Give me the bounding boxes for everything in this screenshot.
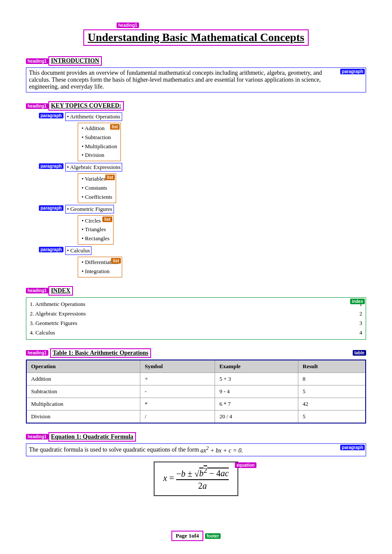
cell-symbol-addition: + [140, 373, 215, 385]
equation-paragraph-tag: paragraph [340, 445, 365, 450]
table-section: heading1 Table 1: Basic Arithmetic Opera… [26, 348, 366, 423]
topic-para-row-arithmetic: paragraph • Arithmetic Operations [39, 112, 366, 121]
list-item-subtraction: Subtraction [82, 133, 117, 142]
equation-math-inline: ax2 + bx + c = 0. [200, 446, 243, 454]
index-page-2: 2 [360, 309, 363, 318]
sub-list-geometric: list Circles Triangles Rectangles [78, 215, 114, 245]
list-item-triangles: Triangles [82, 225, 110, 234]
topic-row-geometric: paragraph • Geometric Figures list Circl… [39, 205, 366, 245]
sub-list-calculus: list Differentiation Integration [78, 257, 122, 277]
list-item-integration: Integration [82, 267, 118, 276]
list-tag-arithmetic: list [110, 124, 120, 130]
key-topics-heading-text: KEY TOPICS COVERED: [48, 101, 124, 111]
topic-paragraph-tag-calculus: paragraph [39, 247, 63, 252]
title-heading1-tag: heading1 [117, 22, 139, 28]
index-entry-3: 3. Geometric Figures [30, 318, 77, 328]
table-row-subtraction: Subtraction - 9 - 4 5 [26, 385, 366, 398]
intro-paragraph-tag: paragraph [340, 69, 365, 74]
index-tag: index [350, 299, 365, 304]
index-entry-4: 4. Calculus [30, 328, 55, 337]
cell-result-multiplication: 42 [298, 398, 366, 410]
table-heading-text: Table 1: Basic Arithmetic Operations [50, 348, 151, 358]
intro-heading-text: INTRODUCTION [48, 56, 102, 66]
list-item-constants: Constants [82, 184, 112, 193]
footer: Page 1of4 footer [0, 531, 392, 541]
intro-heading-row: heading1 INTRODUCTION [26, 56, 366, 66]
main-title: Understanding Basic Mathematical Concept… [26, 29, 366, 46]
sub-list-arithmetic: list Addition Subtraction Multiplication… [78, 123, 121, 161]
cell-result-division: 5 [298, 410, 366, 423]
index-entry-1: 1. Arithmetic Operations [30, 299, 85, 309]
list-tag-algebraic: list [105, 175, 115, 180]
cell-result-subtraction: 5 [298, 385, 366, 398]
cell-symbol-division: / [140, 410, 215, 423]
index-row-2: 2. Algebraic Expressions ...............… [30, 309, 362, 318]
introduction-section: heading1 INTRODUCTION paragraph This doc… [26, 56, 366, 92]
equation-heading-text: Equation 1: Quadratic Formula [48, 432, 136, 442]
index-section: heading1 INDEX index 1. Arithmetic Opera… [26, 286, 366, 340]
list-item-multiplication: Multiplication [82, 142, 117, 151]
table-heading-tag: heading1 [26, 350, 48, 356]
equation-heading-tag: heading1 [26, 434, 48, 439]
title-tag-row: heading1 [26, 22, 366, 29]
cell-operation-division: Division [26, 410, 140, 423]
key-topics-section: heading1 KEY TOPICS COVERED: paragraph •… [26, 101, 366, 277]
cell-operation-addition: Addition [26, 373, 140, 385]
cell-example-division: 20 / 4 [215, 410, 298, 423]
topic-label-calculus: • Calculus [65, 246, 92, 255]
index-page-3: 3 [360, 318, 363, 328]
equation-paragraph-prefix: The quadratic formula is used to solve q… [29, 446, 200, 453]
equation-heading-row: heading1 Equation 1: Quadratic Formula [26, 432, 366, 442]
index-block: index 1. Arithmetic Operations .........… [26, 297, 366, 340]
col-example: Example [215, 360, 298, 373]
index-dots-1: ........................................… [87, 299, 358, 306]
cell-example-subtraction: 9 - 4 [215, 385, 298, 398]
index-row-4: 4. Calculus ............................… [30, 328, 362, 337]
cell-example-addition: 5 + 3 [215, 373, 298, 385]
index-page-4: 4 [360, 328, 363, 337]
list-tag-calculus: list [111, 258, 120, 264]
intro-paragraph-text: This document provides an overview of fu… [29, 70, 322, 90]
key-topics-heading-row: heading1 KEY TOPICS COVERED: [26, 101, 366, 111]
cell-operation-multiplication: Multiplication [26, 398, 140, 410]
equation-fraction: −b ± √b2 − 4ac 2a [176, 467, 229, 491]
index-dots-4: ........................................… [57, 328, 358, 334]
col-result: Result [298, 360, 366, 373]
topic-row-arithmetic: paragraph • Arithmetic Operations list A… [39, 112, 366, 161]
topic-paragraph-tag-algebraic: paragraph [39, 163, 63, 169]
equation-numerator: −b ± √b2 − 4ac [176, 467, 229, 481]
topic-row-algebraic: paragraph • Algebraic Expressions list V… [39, 163, 366, 203]
topic-para-row-calculus: paragraph • Calculus [39, 246, 366, 255]
index-heading-row: heading1 INDEX [26, 286, 366, 296]
title-area: heading1 Understanding Basic Mathematica… [26, 22, 366, 46]
index-heading-text: INDEX [48, 286, 73, 296]
equation-section: heading1 Equation 1: Quadratic Formula p… [26, 432, 366, 496]
topic-para-row-algebraic: paragraph • Algebraic Expressions [39, 163, 366, 172]
cell-result-addition: 8 [298, 373, 366, 385]
intro-paragraph-block: paragraph This document provides an over… [26, 67, 366, 92]
equation-formula-box: x = −b ± √b2 − 4ac 2a [154, 462, 238, 497]
list-tag-geometric: list [102, 217, 112, 222]
list-item-coefficients: Coefficients [82, 193, 112, 202]
col-operation: Operation [26, 360, 140, 373]
equation-tag: equation [235, 462, 256, 468]
equation-denominator: 2a [198, 480, 207, 491]
list-item-division: Division [82, 151, 117, 160]
footer-text: Page 1of4 [171, 531, 203, 541]
sub-list-algebraic: list Variables Constants Coefficients [78, 173, 116, 203]
topic-paragraph-tag-arithmetic: paragraph [39, 113, 63, 118]
table-tag: table [353, 350, 366, 356]
intro-heading-tag: heading1 [26, 58, 48, 64]
index-dots-3: ........................................… [79, 318, 357, 325]
cell-operation-subtraction: Subtraction [26, 385, 140, 398]
table-row-multiplication: Multiplication * 6 * 7 42 [26, 398, 366, 410]
index-dots-2: ........................................… [88, 309, 358, 315]
topic-label-algebraic: • Algebraic Expressions [65, 163, 122, 172]
cell-symbol-multiplication: * [140, 398, 215, 410]
topic-label-geometric: • Geometric Figures [65, 205, 114, 213]
index-row-1: 1. Arithmetic Operations ...............… [30, 299, 362, 309]
key-topics-heading-tag: heading1 [26, 103, 48, 109]
table-row-addition: Addition + 5 + 3 8 [26, 373, 366, 385]
index-row-3: 3. Geometric Figures ...................… [30, 318, 362, 328]
topic-para-row-geometric: paragraph • Geometric Figures [39, 205, 366, 213]
